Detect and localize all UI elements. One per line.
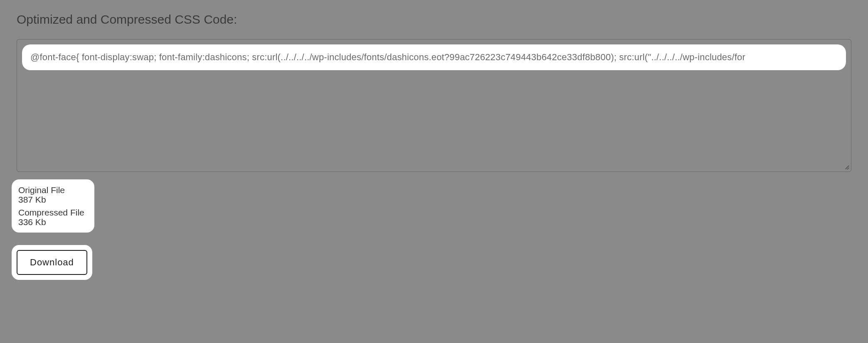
code-output-text[interactable]: @font-face{ font-display:swap; font-fami… (22, 44, 846, 70)
compressed-file-label: Compressed File (18, 208, 84, 217)
download-wrapper: Download (12, 245, 92, 280)
resize-handle-icon[interactable] (843, 163, 849, 170)
original-file-label: Original File (18, 185, 84, 195)
original-file-info: Original File 387 Kb (18, 185, 84, 204)
download-button[interactable]: Download (17, 250, 87, 275)
original-file-size: 387 Kb (18, 195, 84, 204)
compressed-file-info: Compressed File 336 Kb (18, 208, 84, 227)
file-info-panel: Original File 387 Kb Compressed File 336… (12, 179, 94, 233)
code-output-container[interactable]: @font-face{ font-display:swap; font-fami… (17, 39, 851, 172)
section-title: Optimized and Compressed CSS Code: (17, 12, 851, 27)
compressed-file-size: 336 Kb (18, 217, 84, 227)
